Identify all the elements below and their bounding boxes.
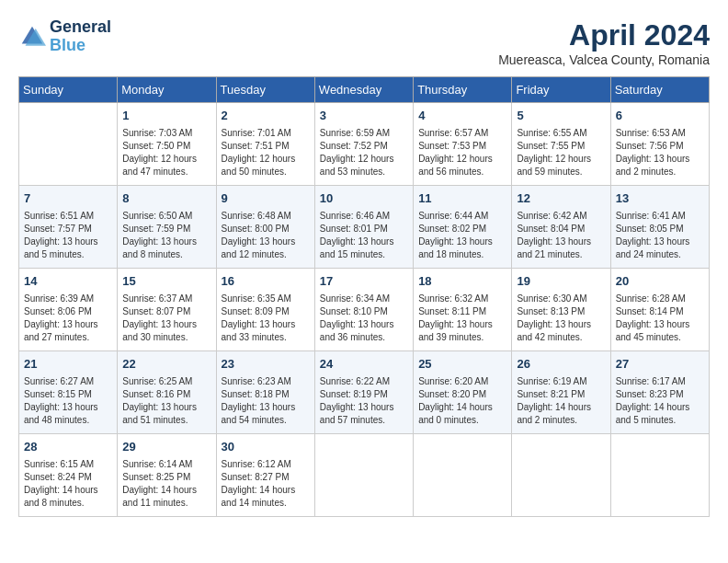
day-info: Sunrise: 6:23 AM Sunset: 8:18 PM Dayligh… [222,375,310,427]
day-number: 22 [122,355,210,373]
day-info: Sunrise: 6:34 AM Sunset: 8:10 PM Dayligh… [320,293,408,344]
calendar-day-cell: 29Sunrise: 6:14 AM Sunset: 8:25 PM Dayli… [118,434,216,517]
calendar-day-cell: 4Sunrise: 6:57 AM Sunset: 7:53 PM Daylig… [414,103,512,186]
day-number: 27 [616,355,704,373]
day-info: Sunrise: 7:01 AM Sunset: 7:51 PM Dayligh… [222,127,310,178]
calendar-week-row: 28Sunrise: 6:15 AM Sunset: 8:24 PM Dayli… [19,434,710,517]
day-info: Sunrise: 6:17 AM Sunset: 8:23 PM Dayligh… [616,375,704,427]
calendar-day-cell: 21Sunrise: 6:27 AM Sunset: 8:15 PM Dayli… [19,351,118,434]
day-of-week-header: Thursday [414,77,512,103]
day-number: 20 [616,272,704,291]
calendar-week-row: 14Sunrise: 6:39 AM Sunset: 8:06 PM Dayli… [19,269,710,351]
calendar-day-cell: 11Sunrise: 6:44 AM Sunset: 8:02 PM Dayli… [414,186,512,269]
calendar-day-cell: 7Sunrise: 6:51 AM Sunset: 7:57 PM Daylig… [19,186,118,269]
calendar-day-cell: 10Sunrise: 6:46 AM Sunset: 8:01 PM Dayli… [314,186,413,269]
day-info: Sunrise: 6:25 AM Sunset: 8:16 PM Dayligh… [122,375,210,427]
day-info: Sunrise: 6:15 AM Sunset: 8:24 PM Dayligh… [24,458,112,510]
day-number: 30 [222,438,310,456]
day-info: Sunrise: 6:12 AM Sunset: 8:27 PM Dayligh… [222,458,310,510]
logo-line1: General [50,18,111,37]
day-number: 10 [320,190,408,208]
calendar-day-cell: 22Sunrise: 6:25 AM Sunset: 8:16 PM Dayli… [118,351,216,434]
day-info: Sunrise: 6:35 AM Sunset: 8:09 PM Dayligh… [222,293,310,344]
day-number: 8 [122,190,210,208]
day-number: 19 [517,272,605,291]
day-number: 28 [24,438,112,456]
calendar-day-cell: 14Sunrise: 6:39 AM Sunset: 8:06 PM Dayli… [19,269,118,351]
day-info: Sunrise: 6:46 AM Sunset: 8:01 PM Dayligh… [320,210,408,261]
calendar-day-cell: 24Sunrise: 6:22 AM Sunset: 8:19 PM Dayli… [314,351,413,434]
calendar-day-cell [314,434,413,517]
day-info: Sunrise: 6:53 AM Sunset: 7:56 PM Dayligh… [616,127,704,178]
day-info: Sunrise: 6:37 AM Sunset: 8:07 PM Dayligh… [122,293,210,344]
day-number: 24 [320,355,408,373]
day-info: Sunrise: 6:57 AM Sunset: 7:53 PM Dayligh… [418,127,506,178]
day-number: 21 [24,355,112,373]
day-number: 7 [24,190,112,208]
day-info: Sunrise: 6:22 AM Sunset: 8:19 PM Dayligh… [320,375,408,427]
day-number: 2 [222,107,310,125]
day-info: Sunrise: 6:48 AM Sunset: 8:00 PM Dayligh… [222,210,310,261]
day-number: 23 [222,355,310,373]
day-number: 6 [616,107,704,125]
calendar-day-cell: 27Sunrise: 6:17 AM Sunset: 8:23 PM Dayli… [610,351,709,434]
day-number: 15 [122,272,210,291]
day-number: 25 [418,355,506,373]
calendar-day-cell [414,434,512,517]
calendar-day-cell: 30Sunrise: 6:12 AM Sunset: 8:27 PM Dayli… [216,434,314,517]
calendar-day-cell [19,103,118,186]
calendar-week-row: 1Sunrise: 7:03 AM Sunset: 7:50 PM Daylig… [19,103,710,186]
calendar-day-cell: 16Sunrise: 6:35 AM Sunset: 8:09 PM Dayli… [216,269,314,351]
day-info: Sunrise: 6:39 AM Sunset: 8:06 PM Dayligh… [24,293,112,344]
calendar-day-cell: 28Sunrise: 6:15 AM Sunset: 8:24 PM Dayli… [19,434,118,517]
day-info: Sunrise: 6:20 AM Sunset: 8:20 PM Dayligh… [418,375,506,427]
calendar-day-cell: 2Sunrise: 7:01 AM Sunset: 7:51 PM Daylig… [216,103,314,186]
calendar-day-cell: 23Sunrise: 6:23 AM Sunset: 8:18 PM Dayli… [216,351,314,434]
day-number: 29 [122,438,210,456]
calendar-week-row: 7Sunrise: 6:51 AM Sunset: 7:57 PM Daylig… [19,186,710,269]
day-info: Sunrise: 6:19 AM Sunset: 8:21 PM Dayligh… [517,375,605,427]
day-number: 5 [517,107,605,125]
day-info: Sunrise: 6:44 AM Sunset: 8:02 PM Dayligh… [418,210,506,261]
day-info: Sunrise: 6:50 AM Sunset: 7:59 PM Dayligh… [122,210,210,261]
day-info: Sunrise: 6:59 AM Sunset: 7:52 PM Dayligh… [320,127,408,178]
calendar-day-cell: 12Sunrise: 6:42 AM Sunset: 8:04 PM Dayli… [512,186,610,269]
calendar-day-cell: 15Sunrise: 6:37 AM Sunset: 8:07 PM Dayli… [118,269,216,351]
day-info: Sunrise: 6:27 AM Sunset: 8:15 PM Dayligh… [24,375,112,427]
logo-icon [18,23,46,51]
day-number: 26 [517,355,605,373]
calendar-day-cell: 18Sunrise: 6:32 AM Sunset: 8:11 PM Dayli… [414,269,512,351]
calendar-day-cell: 6Sunrise: 6:53 AM Sunset: 7:56 PM Daylig… [610,103,709,186]
logo: General Blue [18,18,111,55]
calendar-day-cell: 20Sunrise: 6:28 AM Sunset: 8:14 PM Dayli… [610,269,709,351]
month-title: April 2024 [498,18,710,52]
day-info: Sunrise: 6:14 AM Sunset: 8:25 PM Dayligh… [122,458,210,510]
calendar-day-cell: 8Sunrise: 6:50 AM Sunset: 7:59 PM Daylig… [118,186,216,269]
day-info: Sunrise: 6:28 AM Sunset: 8:14 PM Dayligh… [616,293,704,344]
day-number: 11 [418,190,506,208]
day-info: Sunrise: 6:51 AM Sunset: 7:57 PM Dayligh… [24,210,112,261]
day-of-week-header: Saturday [610,77,709,103]
day-number: 12 [517,190,605,208]
day-number: 9 [222,190,310,208]
day-of-week-header: Friday [512,77,610,103]
calendar-day-cell: 9Sunrise: 6:48 AM Sunset: 8:00 PM Daylig… [216,186,314,269]
day-info: Sunrise: 6:41 AM Sunset: 8:05 PM Dayligh… [616,210,704,261]
calendar-day-cell [610,434,709,517]
calendar-day-cell: 26Sunrise: 6:19 AM Sunset: 8:21 PM Dayli… [512,351,610,434]
calendar-day-cell [512,434,610,517]
day-info: Sunrise: 6:32 AM Sunset: 8:11 PM Dayligh… [418,293,506,344]
day-info: Sunrise: 6:55 AM Sunset: 7:55 PM Dayligh… [517,127,605,178]
title-block: April 2024 Muereasca, Valcea County, Rom… [498,18,710,67]
day-info: Sunrise: 6:42 AM Sunset: 8:04 PM Dayligh… [517,210,605,261]
calendar-day-cell: 1Sunrise: 7:03 AM Sunset: 7:50 PM Daylig… [118,103,216,186]
calendar-week-row: 21Sunrise: 6:27 AM Sunset: 8:15 PM Dayli… [19,351,710,434]
day-of-week-header: Wednesday [314,77,413,103]
day-number: 3 [320,107,408,125]
calendar-day-cell: 3Sunrise: 6:59 AM Sunset: 7:52 PM Daylig… [314,103,413,186]
day-number: 1 [122,107,210,125]
day-info: Sunrise: 7:03 AM Sunset: 7:50 PM Dayligh… [122,127,210,178]
calendar-table: SundayMondayTuesdayWednesdayThursdayFrid… [18,76,710,517]
day-number: 4 [418,107,506,125]
day-number: 17 [320,272,408,291]
